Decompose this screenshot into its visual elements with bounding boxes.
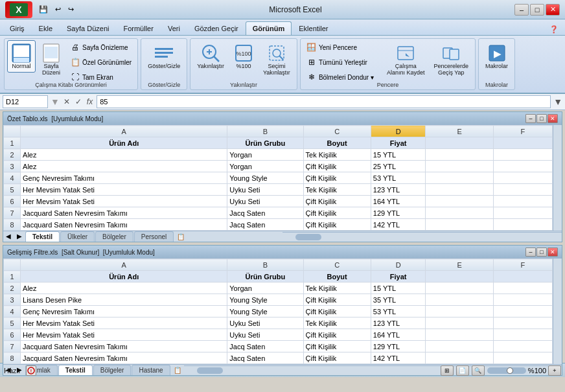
svg-rect-4	[14, 58, 29, 62]
help-button[interactable]: ❓	[546, 24, 562, 35]
tab-giris[interactable]: Giriş	[3, 21, 32, 35]
formula-input[interactable]	[97, 95, 551, 108]
btn-secimi-yakinlastir[interactable]: SeçimiYakınlaştır	[259, 40, 294, 79]
app-logo[interactable]: X	[5, 1, 32, 18]
normal-label: Normal	[12, 63, 30, 70]
confirm-formula-icon[interactable]: ✓	[74, 97, 83, 106]
sheet-tab-bolgeler[interactable]: Bölgeler	[95, 231, 133, 242]
sheet-tab-personel[interactable]: Personel	[134, 231, 174, 242]
window1-restore[interactable]: □	[536, 114, 547, 123]
btn-yuz[interactable]: %100 %100	[229, 40, 258, 73]
btn-sayfa-duzeni[interactable]: SayfaDüzeni	[37, 40, 65, 79]
svg-rect-6	[45, 47, 58, 58]
sheet-tab-ulkeler[interactable]: Ülkeler	[60, 231, 95, 242]
btn-yeni-pencere[interactable]: 🪟 Yeni Pencere	[303, 40, 377, 54]
formula-separator: ▼	[51, 97, 60, 107]
quick-redo[interactable]: ↪	[65, 4, 76, 15]
col-header-b[interactable]: B	[227, 126, 303, 137]
window2-title: Gelişmiş Filtre.xls [Salt Okunur] [Uyuml…	[7, 249, 155, 256]
sheet2-tab-hastane[interactable]: Hastane	[132, 365, 170, 375]
group-calısma-kitabi: Normal SayfaDüzeni 🖨 Sayfa Önizleme 📋 Öz…	[4, 38, 138, 90]
close-button[interactable]: ✕	[546, 4, 560, 16]
tab-formuller[interactable]: Formüller	[116, 21, 160, 35]
insert-function-icon[interactable]: fx	[86, 97, 94, 106]
sheet2-tab-tekstil[interactable]: Tekstil	[58, 365, 93, 375]
yuz-label: %100	[236, 63, 251, 70]
window2-vscroll[interactable]	[553, 259, 562, 364]
col2-header-e[interactable]: E	[426, 259, 493, 271]
col-header-c[interactable]: C	[303, 126, 371, 137]
col-header-e[interactable]: E	[426, 126, 493, 137]
sheet2-tab-bolgeler[interactable]: Bölgeler	[93, 365, 132, 375]
sheet-tab-tekstil[interactable]: Tekstil	[25, 231, 60, 242]
btn-makrolar[interactable]: ▶ Makrolar	[481, 40, 512, 73]
btn-ozel-gorunumler[interactable]: 📋 Özel Görünümler	[67, 55, 135, 69]
col-header-a[interactable]: A	[21, 126, 227, 137]
view-normal-btn[interactable]: ⊞	[441, 365, 454, 376]
btn-sayfa-onizleme[interactable]: 🖨 Sayfa Önizleme	[67, 40, 135, 54]
window2-restore[interactable]: □	[536, 248, 547, 257]
btn-yakinlastir[interactable]: Yakınlaştır	[193, 40, 228, 73]
table-row: 3 Alez Yorgan Çift Kişilik 25 YTL	[4, 161, 553, 172]
col-header-d[interactable]: D	[371, 126, 426, 137]
window1-minimize[interactable]: –	[525, 114, 536, 123]
yeni-pencere-icon: 🪟	[306, 42, 317, 52]
tab-veri[interactable]: Veri	[161, 21, 187, 35]
tab-eklentiler[interactable]: Eklentiler	[292, 21, 335, 35]
col2-header-b[interactable]: B	[227, 259, 303, 271]
table-row: 7 Jacquard Saten Nevresim Takımı Jacq Sa…	[4, 207, 553, 219]
window1-close[interactable]: ✕	[548, 114, 558, 123]
window1-grid: A B C D E F 1 Ürün Adı Ürün Grubu	[3, 125, 553, 231]
sheet-add[interactable]: 📋	[174, 232, 187, 242]
col2-header-d[interactable]: D	[371, 259, 426, 271]
table-row: 1 Ürün Adı Ürün Grubu Boyut Fiyat	[4, 271, 553, 282]
window1-vscroll[interactable]	[553, 125, 562, 231]
cell-reference-input[interactable]	[3, 95, 48, 108]
formula-expand-icon[interactable]: ▼	[553, 97, 562, 107]
col2-header-c[interactable]: C	[303, 259, 371, 271]
btn-calisma-alani[interactable]: ÇalışmaAlanını Kaydet	[383, 40, 429, 79]
macro-security-icon[interactable]: !	[26, 365, 36, 376]
zoom-thumb[interactable]	[507, 367, 513, 374]
btn-normal[interactable]: Normal	[7, 40, 36, 73]
quick-save[interactable]: 💾	[36, 4, 51, 15]
tab-sayfa-duzeni[interactable]: Sayfa Düzeni	[60, 21, 116, 35]
view-layout-btn[interactable]: 📄	[456, 365, 469, 376]
workbook-area: Özet Tablo.xls [Uyumluluk Modu] – □ ✕	[0, 110, 565, 363]
window1-controls: – □ ✕	[525, 114, 558, 123]
window2-close[interactable]: ✕	[548, 248, 558, 257]
formula-bar: ▼ ✕ ✓ fx ▼	[0, 94, 565, 110]
svg-text:!: !	[30, 369, 32, 373]
sayfa-onizleme-icon: 🖨	[70, 42, 80, 52]
quick-undo[interactable]: ↩	[52, 4, 63, 15]
btn-tumunu-yerles[interactable]: ⊞ Tümünü Yerleştir	[303, 55, 377, 69]
sheet2-add[interactable]: 📋	[171, 365, 184, 375]
window2-grid-area: A B C D E F 1 Ürün Adı Ürün Grubu	[3, 259, 562, 364]
tab-gorunum[interactable]: Görünüm	[246, 21, 292, 35]
makrolar-icon: ▶	[487, 43, 507, 63]
maximize-button[interactable]: □	[530, 4, 544, 16]
window2-minimize[interactable]: –	[525, 248, 536, 257]
cancel-formula-icon[interactable]: ✕	[62, 97, 71, 106]
col2-header-f[interactable]: F	[493, 259, 552, 271]
tab-gozden-gecir[interactable]: Gözden Geçir	[187, 21, 246, 35]
tab-nav-right[interactable]: ▶	[14, 231, 25, 242]
corner-header	[4, 126, 21, 137]
zoom-slider[interactable]	[487, 367, 526, 374]
zoom-in-btn[interactable]: +	[548, 365, 561, 376]
window2-grid-wrapper: A B C D E F 1 Ürün Adı Ürün Grubu	[3, 259, 553, 364]
window1: Özet Tablo.xls [Uyumluluk Modu] – □ ✕	[3, 111, 562, 242]
table-row: 4 Genç Nevresim Takımı Young Style Çift …	[4, 306, 553, 317]
svg-text:X: X	[16, 5, 22, 15]
btn-goster-gizle[interactable]: Göster/Gizle	[144, 40, 184, 73]
svg-rect-9	[155, 56, 168, 58]
minimize-button[interactable]: –	[514, 4, 529, 16]
btn-pencerelerde[interactable]: PencerelerdeGeçiş Yap	[430, 40, 472, 79]
group-yakinlastir: Yakınlaştır %100 %100 SeçimiYakınlaştır …	[190, 38, 297, 90]
col-header-f[interactable]: F	[493, 126, 552, 137]
tab-nav-left[interactable]: ◀	[3, 231, 14, 242]
window1-hscroll[interactable]	[282, 232, 562, 241]
tab-ekle[interactable]: Ekle	[32, 21, 60, 35]
col2-header-a[interactable]: A	[21, 259, 227, 271]
view-preview-btn[interactable]: 🔍	[472, 365, 485, 376]
